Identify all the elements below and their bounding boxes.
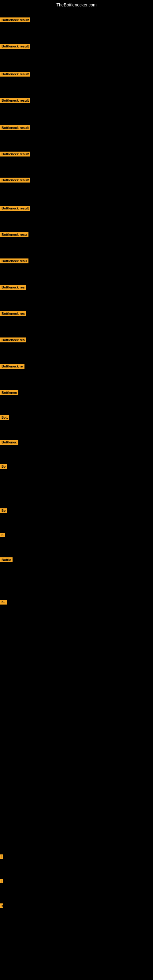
- bottleneck-badge-11[interactable]: Bottleneck res: [0, 285, 26, 290]
- bottleneck-badge-9[interactable]: Bottleneck resu: [0, 232, 29, 237]
- bottleneck-badge-23[interactable]: |: [0, 854, 3, 859]
- bottleneck-badge-6[interactable]: Bottleneck result: [0, 151, 30, 156]
- bottleneck-badge-container-23: |: [0, 854, 2, 860]
- bottleneck-badge-13[interactable]: Bottleneck res: [0, 337, 26, 342]
- bottleneck-badge-16[interactable]: Bott: [0, 415, 9, 420]
- bottleneck-badge-container-24: |: [0, 879, 2, 885]
- bottleneck-badge-18[interactable]: Bo: [0, 464, 7, 469]
- site-title: TheBottlenecker.com: [0, 0, 153, 10]
- bottleneck-badge-17[interactable]: Bottlenec: [0, 440, 18, 445]
- bottleneck-badge-14[interactable]: Bottleneck re: [0, 364, 24, 369]
- bottleneck-badge-container-20: B: [0, 533, 5, 538]
- bottleneck-badge-container-8: Bottleneck result: [0, 206, 30, 212]
- bottleneck-badge-12[interactable]: Bottleneck res: [0, 311, 26, 316]
- bottleneck-badge-24[interactable]: |: [0, 879, 3, 883]
- bottleneck-badge-container-5: Bottleneck result: [0, 125, 30, 131]
- bottleneck-badge-20[interactable]: B: [0, 533, 5, 537]
- bottleneck-badge-container-6: Bottleneck result: [0, 151, 30, 158]
- bottleneck-badge-container-13: Bottleneck res: [0, 337, 26, 344]
- bottleneck-badge-container-1: Bottleneck result: [0, 18, 30, 24]
- bottleneck-badge-22[interactable]: Bo: [0, 600, 7, 605]
- bottleneck-badge-container-21: Bottle: [0, 557, 13, 563]
- bottleneck-badge-container-18: Bo: [0, 464, 7, 470]
- bottleneck-badge-container-7: Bottleneck result: [0, 178, 30, 184]
- bottleneck-badge-container-2: Bottleneck result: [0, 44, 30, 50]
- bottleneck-badge-1[interactable]: Bottleneck result: [0, 18, 30, 22]
- bottleneck-badge-container-17: Bottlenec: [0, 440, 18, 446]
- bottleneck-badge-15[interactable]: Bottlenec: [0, 390, 18, 395]
- bottleneck-badge-container-12: Bottleneck res: [0, 311, 26, 317]
- bottleneck-badge-container-15: Bottlenec: [0, 390, 18, 396]
- bottleneck-badge-container-14: Bottleneck re: [0, 364, 24, 370]
- bottleneck-badge-19[interactable]: Bo: [0, 508, 7, 513]
- bottleneck-badge-container-16: Bott: [0, 415, 9, 421]
- bottleneck-badge-container-10: Bottleneck resu: [0, 258, 29, 265]
- bottleneck-badge-2[interactable]: Bottleneck result: [0, 44, 30, 49]
- bottleneck-badge-8[interactable]: Bottleneck result: [0, 206, 30, 211]
- bottleneck-badge-container-4: Bottleneck result: [0, 98, 30, 104]
- bottleneck-badge-4[interactable]: Bottleneck result: [0, 98, 30, 103]
- bottleneck-badge-25[interactable]: E: [0, 904, 3, 908]
- bottleneck-badge-container-19: Bo: [0, 508, 7, 514]
- bottleneck-badge-10[interactable]: Bottleneck resu: [0, 258, 29, 263]
- bottleneck-badge-container-22: Bo: [0, 600, 7, 606]
- bottleneck-badge-21[interactable]: Bottle: [0, 557, 13, 562]
- bottleneck-badge-5[interactable]: Bottleneck result: [0, 125, 30, 130]
- bottleneck-badge-container-9: Bottleneck resu: [0, 232, 29, 238]
- bottleneck-badge-container-11: Bottleneck res: [0, 285, 26, 291]
- bottleneck-badge-container-3: Bottleneck result: [0, 72, 30, 78]
- bottleneck-badge-container-25: E: [0, 904, 2, 909]
- bottleneck-badge-7[interactable]: Bottleneck result: [0, 178, 30, 183]
- bottleneck-badge-3[interactable]: Bottleneck result: [0, 72, 30, 76]
